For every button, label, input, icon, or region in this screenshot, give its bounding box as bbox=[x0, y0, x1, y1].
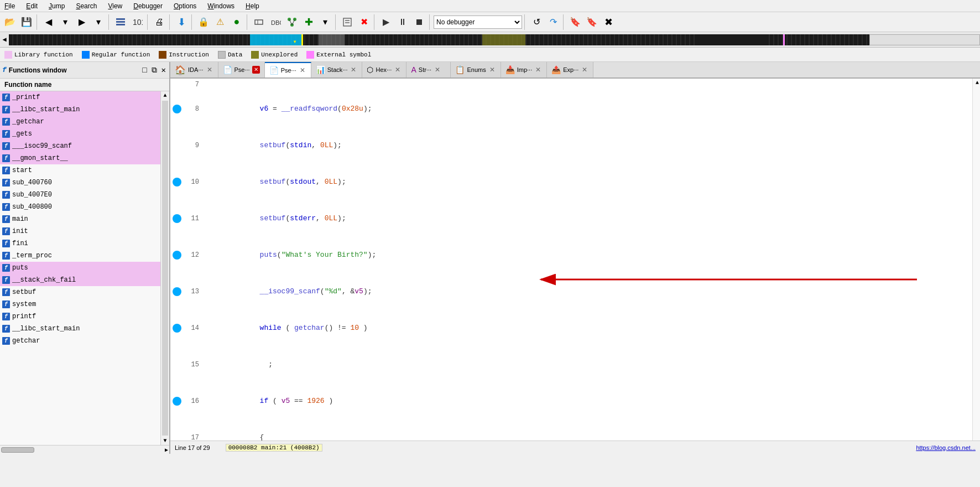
download-button[interactable]: ⬇ bbox=[174, 14, 189, 30]
breakpoint-10[interactable] bbox=[173, 178, 181, 186]
run-button[interactable]: ● bbox=[229, 14, 244, 30]
play-button[interactable]: ▶ bbox=[378, 14, 394, 30]
back-button[interactable]: ◀ bbox=[41, 14, 56, 30]
fn-item-printf[interactable]: f _printf bbox=[0, 91, 160, 103]
functions-float[interactable]: ⧉ bbox=[150, 65, 158, 76]
fn-item-getchar2[interactable]: f getchar bbox=[0, 335, 160, 347]
refresh-button[interactable]: ↺ bbox=[529, 14, 544, 30]
fn-item-setbuf[interactable]: f setbuf bbox=[0, 286, 160, 298]
functions-close[interactable]: ✕ bbox=[160, 64, 167, 76]
tab-pse1-close[interactable]: ✕ bbox=[252, 66, 260, 74]
tab-exp-close[interactable]: ✕ bbox=[581, 66, 588, 74]
breakpoint-8[interactable] bbox=[173, 105, 181, 113]
functions-list[interactable]: f _printf f __libc_start_main f _getchar… bbox=[0, 91, 160, 445]
fn-item-system[interactable]: f system bbox=[0, 298, 160, 310]
debugger-select[interactable]: No debugger bbox=[434, 15, 522, 29]
fn-scroll-right[interactable]: ▶ bbox=[165, 447, 168, 453]
fn-scroll-down[interactable]: ▼ bbox=[161, 437, 169, 445]
breakpoint-12[interactable] bbox=[173, 251, 181, 260]
diff-button[interactable]: DBG bbox=[268, 14, 283, 30]
bp-dropdown[interactable]: ▾ bbox=[317, 14, 333, 30]
forward-dropdown[interactable]: ▾ bbox=[91, 14, 106, 30]
menu-windows[interactable]: Windows bbox=[205, 1, 237, 11]
menu-jump[interactable]: Jump bbox=[46, 1, 67, 11]
fn-item-sub_4007E0[interactable]: f sub_4007E0 bbox=[0, 189, 160, 201]
tab-pse1[interactable]: 📄 Pse··· ✕ bbox=[218, 62, 265, 77]
forward-button[interactable]: ▶ bbox=[74, 14, 90, 30]
fn-item-stack_chk[interactable]: f __stack_chk_fail bbox=[0, 274, 160, 286]
tab-pse2-close[interactable]: ✕ bbox=[299, 66, 306, 74]
segments-button[interactable] bbox=[113, 14, 128, 30]
fn-item-gmon_start[interactable]: f __gmon_start__ bbox=[0, 152, 160, 164]
fn-item-libc2[interactable]: f __libc_start_main bbox=[0, 323, 160, 335]
tab-ida-close[interactable]: ✕ bbox=[206, 66, 213, 74]
remove-button[interactable]: 🔖 bbox=[584, 14, 600, 30]
tab-enums-close[interactable]: ✕ bbox=[488, 66, 496, 74]
fn-item-libc_start_main[interactable]: f __libc_start_main bbox=[0, 103, 160, 116]
fn-scroll-thumb[interactable] bbox=[162, 101, 168, 436]
breakpoint-14[interactable] bbox=[173, 324, 181, 333]
step-into[interactable]: ↷ bbox=[545, 14, 561, 30]
fn-scroll-up[interactable]: ▲ bbox=[161, 91, 169, 100]
functions-maximize[interactable]: □ bbox=[141, 65, 148, 76]
fn-scroll-h-thumb[interactable] bbox=[1, 447, 34, 453]
back-dropdown[interactable]: ▾ bbox=[58, 14, 73, 30]
fn-item-sub_400760[interactable]: f sub_400760 bbox=[0, 177, 160, 189]
tab-exp[interactable]: 📤 Exp··· ✕ bbox=[547, 62, 593, 77]
breakpoint-16[interactable] bbox=[173, 397, 181, 406]
fn-item-puts[interactable]: f puts bbox=[0, 262, 160, 274]
tab-str[interactable]: A Str··· ✕ bbox=[406, 62, 451, 77]
tab-imp-close[interactable]: ✕ bbox=[534, 66, 542, 74]
breakpoint-11[interactable] bbox=[173, 214, 181, 223]
scroll-up-arrow[interactable]: ▲ bbox=[976, 80, 979, 86]
minimap-left-arrow[interactable]: ◀ bbox=[0, 35, 9, 44]
graph-button[interactable] bbox=[284, 14, 300, 30]
tab-stack[interactable]: 📊 Stack··· ✕ bbox=[311, 62, 363, 77]
tab-enums[interactable]: 📋 Enums ✕ bbox=[451, 62, 501, 77]
fn-scroll-bar[interactable]: ▲ ▼ bbox=[160, 91, 169, 445]
bookmarks-button[interactable]: 🔖 bbox=[567, 14, 583, 30]
fn-item-term_proc[interactable]: f _term_proc bbox=[0, 250, 160, 262]
edit-code[interactable] bbox=[340, 14, 355, 30]
lock-button[interactable]: 🔒 bbox=[196, 14, 211, 30]
fn-item-sub_400800[interactable]: f sub_400800 bbox=[0, 201, 160, 213]
tab-hex[interactable]: ⬡ Hex··· ✕ bbox=[362, 62, 406, 77]
names-button[interactable]: 101 bbox=[129, 14, 145, 30]
fn-item-fini[interactable]: f fini bbox=[0, 237, 160, 250]
pause-button[interactable]: ⏸ bbox=[395, 14, 410, 30]
menu-edit[interactable]: Edit bbox=[24, 1, 40, 11]
cancel-button[interactable]: ✖ bbox=[356, 14, 372, 30]
patch-button[interactable] bbox=[251, 14, 267, 30]
print-button[interactable]: 🖨 bbox=[152, 14, 167, 30]
tab-str-close[interactable]: ✕ bbox=[434, 66, 441, 74]
fn-item-start[interactable]: f start bbox=[0, 164, 160, 177]
status-right[interactable]: https://blog.csdn.net... bbox=[916, 444, 976, 451]
menu-help[interactable]: Help bbox=[243, 1, 262, 11]
stop-button[interactable]: ⏹ bbox=[411, 14, 427, 30]
fn-item-printf2[interactable]: f printf bbox=[0, 310, 160, 323]
menu-file[interactable]: File bbox=[2, 1, 17, 11]
fn-item-main[interactable]: f main bbox=[0, 213, 160, 225]
add-breakpoint[interactable]: ✚ bbox=[301, 14, 316, 30]
fn-item-isoc99_scanf[interactable]: f ___isoc99_scanf bbox=[0, 140, 160, 152]
fn-item-init[interactable]: f init bbox=[0, 225, 160, 237]
menu-options[interactable]: Options bbox=[171, 1, 199, 11]
menu-search[interactable]: Search bbox=[74, 1, 99, 11]
save-button[interactable]: 💾 bbox=[19, 14, 34, 30]
open-button[interactable]: 📂 bbox=[2, 14, 18, 30]
warning-button[interactable]: ⚠ bbox=[212, 14, 228, 30]
code-scroll[interactable]: ▲ 7 8 v6 = __readfsqword(0x28u); 9 se bbox=[170, 79, 980, 441]
tab-pse2[interactable]: 📄 Pse··· ✕ bbox=[265, 62, 311, 77]
minimap-bar[interactable]: ▾ bbox=[9, 34, 869, 45]
close-all[interactable]: ✖ bbox=[601, 14, 616, 30]
fn-item-gets[interactable]: f _gets bbox=[0, 128, 160, 140]
breakpoint-13[interactable] bbox=[173, 287, 181, 296]
tab-imp[interactable]: 📥 Imp··· ✕ bbox=[501, 62, 548, 77]
menu-debugger[interactable]: Debugger bbox=[131, 1, 165, 11]
tab-ida[interactable]: 🏠 IDA··· ✕ bbox=[170, 62, 218, 77]
fn-scroll-h[interactable]: ▶ bbox=[0, 445, 169, 454]
fn-item-getchar[interactable]: f _getchar bbox=[0, 116, 160, 128]
tab-hex-close[interactable]: ✕ bbox=[394, 66, 402, 74]
tab-stack-close[interactable]: ✕ bbox=[350, 66, 357, 74]
menu-view[interactable]: View bbox=[106, 1, 124, 11]
